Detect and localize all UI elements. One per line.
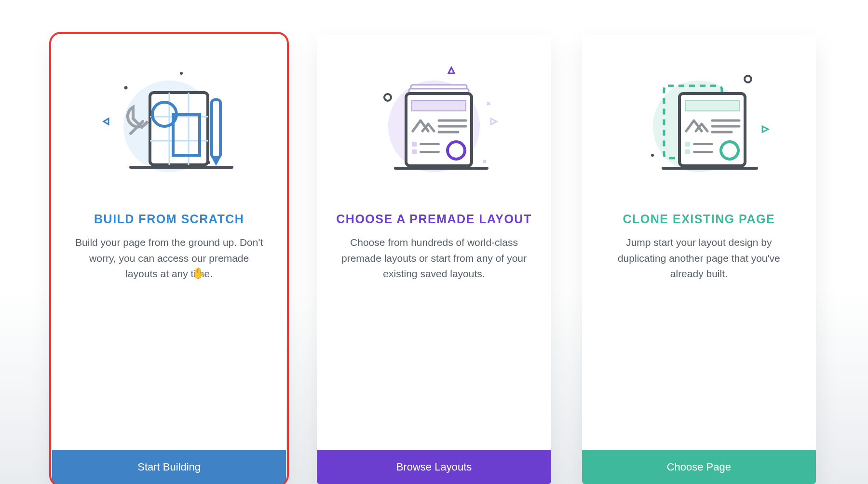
card-description: Choose from hundreds of world-class prem…: [317, 235, 551, 282]
svg-point-36: [651, 154, 654, 157]
clone-icon: [626, 59, 771, 184]
start-building-button[interactable]: Start Building: [52, 450, 286, 484]
svg-marker-17: [448, 67, 454, 73]
svg-marker-35: [762, 126, 768, 132]
browse-layouts-button[interactable]: Browse Layouts: [317, 450, 551, 484]
svg-point-1: [180, 72, 183, 75]
svg-rect-23: [412, 100, 466, 111]
card-premade-layout[interactable]: CHOOSE A PREMADE LAYOUT Choose from hund…: [317, 35, 551, 484]
svg-rect-39: [685, 100, 739, 111]
card-title: BUILD FROM SCRATCH: [94, 212, 244, 226]
option-cards-row: BUILD FROM SCRATCH Build your page from …: [0, 0, 868, 484]
svg-point-2: [124, 86, 127, 90]
svg-point-34: [745, 76, 751, 82]
layout-icon: [362, 59, 506, 184]
svg-marker-19: [491, 119, 497, 124]
card-clone-page[interactable]: CLONE EXISTING PAGE Jump start your layo…: [582, 35, 816, 484]
card-build-from-scratch[interactable]: BUILD FROM SCRATCH Build your page from …: [52, 35, 286, 484]
card-title: CHOOSE A PREMADE LAYOUT: [336, 212, 531, 226]
svg-rect-27: [412, 142, 417, 147]
scratch-icon: [97, 59, 242, 184]
build-scratch-illustration: [52, 35, 286, 208]
svg-rect-43: [685, 142, 690, 147]
svg-rect-13: [212, 100, 220, 158]
card-description: Jump start your layout design by duplica…: [582, 235, 816, 282]
svg-marker-4: [104, 119, 108, 124]
choose-page-button[interactable]: Choose Page: [582, 450, 816, 484]
premade-layout-illustration: [317, 35, 551, 208]
card-title: CLONE EXISTING PAGE: [623, 212, 775, 226]
svg-point-18: [384, 94, 391, 101]
svg-rect-28: [412, 149, 417, 154]
clone-page-illustration: [582, 35, 816, 208]
svg-rect-44: [685, 149, 690, 154]
svg-marker-14: [212, 158, 220, 166]
card-description: Build your page from the ground up. Don'…: [52, 235, 286, 282]
